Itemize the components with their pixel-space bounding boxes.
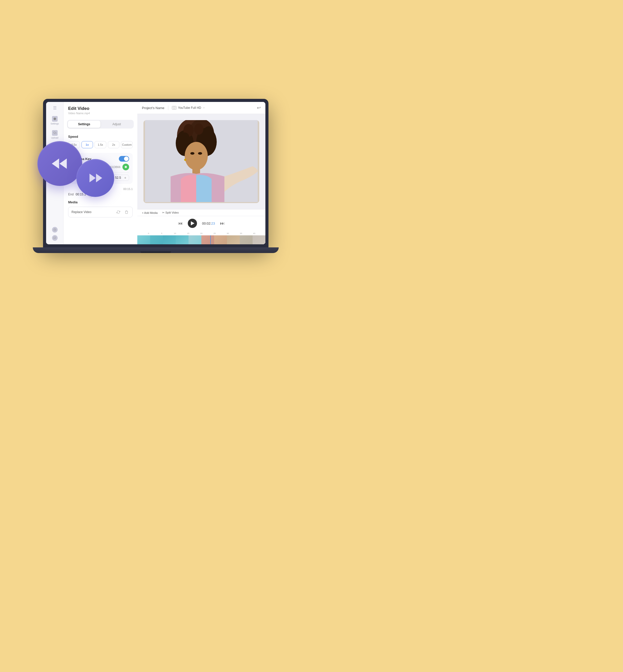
format-label: YouTube Full HD (178, 106, 201, 110)
replace-video-label: Replace Video (71, 210, 114, 214)
speed-btn-custom[interactable]: Custom (121, 141, 133, 148)
add-media-button[interactable]: + Add Media (142, 211, 157, 214)
timeline-thumb-7 (214, 235, 227, 244)
svg-point-23 (185, 142, 208, 170)
bottom-controls: + Add Media ✂ Split Video ⏮ (137, 209, 265, 244)
preview-header: Project's Name YouTube Full HD (137, 102, 265, 114)
timeline-thumb-1 (137, 235, 150, 244)
timeline-thumb-9 (240, 235, 253, 244)
video-mock (144, 120, 259, 203)
back-icon[interactable]: ↩ (257, 105, 261, 111)
tick-40: 40 (248, 232, 261, 235)
playback-controls: ⏮ 00:02:23 ⏭ (137, 216, 265, 231)
replace-video-row: Replace Video (68, 207, 133, 217)
svg-point-20 (194, 123, 203, 135)
chroma-color-dot[interactable] (122, 164, 129, 170)
speed-section-title: Speed (68, 135, 133, 139)
menu-icon[interactable]: ☰ (53, 105, 57, 111)
video-frame (144, 120, 259, 202)
upload-icon (52, 130, 58, 136)
media-section-title: Media (68, 200, 133, 204)
settings-icon (52, 116, 58, 122)
timeline-thumb-5 (188, 235, 201, 244)
format-icon (172, 106, 177, 110)
tick-25: 25 (208, 232, 221, 235)
timeline-thumb-2 (150, 235, 163, 244)
play-button[interactable] (188, 219, 197, 228)
refresh-icon[interactable] (116, 209, 121, 215)
panel-header: Edit Video Video Name.mp4 (63, 102, 137, 117)
sidebar-item-settings[interactable]: Settings (48, 114, 62, 127)
svg-point-26 (190, 152, 195, 155)
tab-settings[interactable]: Settings (68, 121, 100, 128)
tick-20: 20 (195, 232, 208, 235)
tick-15: 15 (182, 232, 195, 235)
timeline-ruler: 0 5 10 15 20 25 30 35 40 (137, 232, 265, 235)
format-selector[interactable]: YouTube Full HD (172, 106, 205, 110)
skip-forward-button[interactable]: ⏭ (220, 221, 225, 226)
laptop-base (33, 247, 279, 253)
panel-title: Edit Video (68, 106, 133, 111)
tab-adjust[interactable]: Adjust (100, 121, 133, 128)
rewind-button[interactable] (37, 141, 82, 186)
timeline-playhead (210, 235, 211, 244)
fastforward-button[interactable] (76, 159, 114, 197)
video-container (144, 120, 259, 203)
sensitivity-value: 52.5 (114, 176, 122, 180)
sensitivity-plus[interactable]: + (124, 176, 126, 180)
timeline-thumb-4 (176, 235, 188, 244)
sidebar-settings-label: Settings (51, 122, 59, 125)
time-highlight: 23 (211, 221, 215, 225)
panel-subtitle: Video Name.mp4 (68, 112, 133, 115)
split-video-button[interactable]: ✂ Split Video (162, 211, 179, 214)
laptop-wrapper: ☰ Settings (30, 34, 281, 302)
svg-point-27 (198, 152, 202, 155)
play-icon (191, 221, 195, 225)
chevron-down-icon (203, 106, 205, 109)
add-split-row: + Add Media ✂ Split Video (137, 210, 265, 216)
speed-btn-1.5x[interactable]: 1.5x (94, 141, 106, 148)
replace-icons (116, 209, 129, 215)
svg-marker-12 (174, 108, 175, 108)
header-separator (168, 105, 168, 110)
svg-point-22 (180, 132, 189, 143)
project-name: Project's Name (142, 106, 165, 110)
panel-tabs: Settings Adjust (67, 120, 134, 128)
skip-back-button[interactable]: ⏮ (178, 221, 183, 226)
add-media-label: + Add Media (142, 211, 157, 214)
timeline-thumb-10 (253, 235, 265, 244)
split-video-label: ✂ Split Video (162, 211, 179, 214)
tick-0: 0 (142, 232, 155, 235)
timeline: 0 5 10 15 20 25 30 35 40 (137, 231, 265, 244)
message-icon[interactable] (52, 235, 58, 241)
speed-btn-2x[interactable]: 2x (108, 141, 120, 148)
start-time-value: 00:15.1 (123, 187, 133, 190)
preview-area: Project's Name YouTube Full HD (137, 102, 265, 244)
timeline-thumbnails[interactable] (137, 235, 265, 244)
timeline-thumb-8 (227, 235, 240, 244)
tick-35: 35 (234, 232, 248, 235)
speed-btn-1x[interactable]: 1x (82, 141, 93, 148)
svg-point-21 (203, 126, 214, 140)
video-preview (137, 114, 265, 209)
tick-5: 5 (155, 232, 169, 235)
time-prefix: 00:02: (202, 221, 211, 225)
timeline-thumb-6 (201, 235, 214, 244)
sidebar-item-upload[interactable]: Upload (48, 128, 62, 141)
tick-30: 30 (221, 232, 234, 235)
delete-icon[interactable] (124, 209, 129, 215)
end-label: End (68, 192, 73, 196)
sidebar-upload-label: Upload (51, 136, 58, 139)
svg-point-25 (184, 159, 186, 161)
time-display: 00:02:23 (202, 221, 215, 225)
tick-10: 10 (168, 232, 182, 235)
chroma-key-toggle[interactable] (119, 156, 129, 162)
speed-options: 0.5x 1x 1.5x 2x Custom (68, 141, 133, 148)
media-section: Media Replace Video (68, 200, 133, 217)
timeline-thumb-3 (163, 235, 176, 244)
help-icon[interactable] (52, 227, 58, 233)
